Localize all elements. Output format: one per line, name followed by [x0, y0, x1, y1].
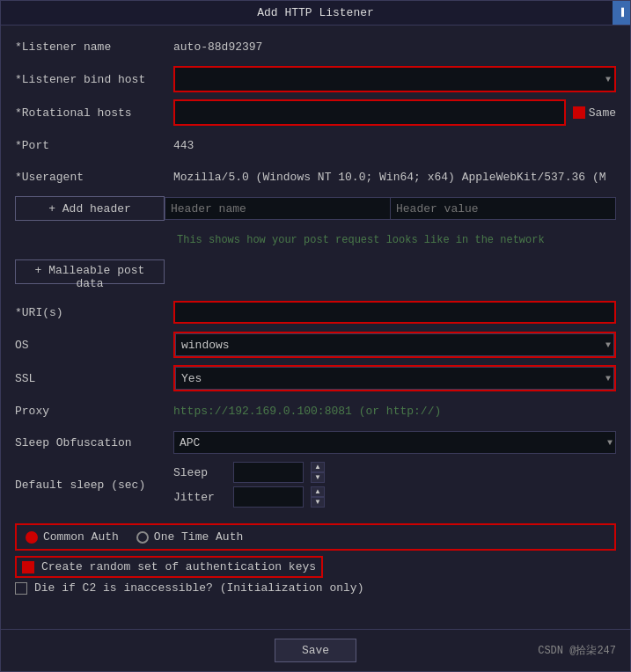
footer: Save CSDN @拾柒247: [1, 629, 630, 671]
header-inputs: [165, 197, 616, 220]
jitter-input[interactable]: 40: [233, 486, 304, 508]
title-bar: Add HTTP Listener ▐: [1, 1, 630, 26]
add-header-row: + Add header: [15, 196, 616, 221]
jitter-increment-button[interactable]: ▲: [311, 486, 325, 497]
close-button[interactable]: ▐: [613, 1, 630, 25]
proxy-row: Proxy https://192.169.0.100:8081 (or htt…: [15, 398, 616, 423]
jitter-decrement-button[interactable]: ▼: [311, 497, 325, 508]
same-checkbox[interactable]: [573, 106, 585, 119]
sleep-obfuscation-wrapper: APC None EKKO ▼: [173, 431, 616, 454]
useragent-row: *Useragent Mozilla/5.0 (Windows NT 10.0;…: [15, 164, 616, 189]
port-label: *Port: [15, 139, 173, 152]
create-random-keys-checkbox[interactable]: [22, 561, 34, 573]
same-checkbox-area: Same: [573, 106, 616, 120]
common-auth-label: Common Auth: [43, 530, 119, 544]
proxy-label: Proxy: [15, 405, 173, 418]
os-select[interactable]: windows linux mac: [175, 333, 614, 356]
ssl-row: SSL Yes No ▼: [15, 365, 616, 391]
create-random-keys-row: Create random set of authentication keys: [15, 556, 323, 578]
dialog-title: Add HTTP Listener: [257, 6, 374, 19]
die-if-c2-label: Die if C2 is inaccessible? (Initializati…: [34, 581, 363, 595]
header-name-input[interactable]: [165, 197, 391, 220]
uri-label: *URI(s): [15, 306, 173, 319]
watermark: CSDN @拾柒247: [538, 643, 616, 658]
dialog: Add HTTP Listener ▐ *Listener name auto-…: [0, 0, 631, 672]
rotational-hosts-label: *Rotational hosts: [15, 106, 173, 120]
sleep-spinner-row: Sleep 60 ▲ ▼: [173, 462, 616, 483]
one-time-auth-radio-item[interactable]: One Time Auth: [136, 530, 243, 544]
useragent-label: *Useragent: [15, 171, 173, 184]
common-auth-radio-item[interactable]: Common Auth: [26, 530, 119, 544]
ssl-select-wrapper: Yes No ▼: [173, 365, 616, 391]
sleep-obfuscation-label: Sleep Obfuscation: [15, 436, 173, 449]
listener-name-row: *Listener name auto-88d92397: [15, 34, 616, 59]
add-header-button[interactable]: + Add header: [15, 196, 165, 221]
listener-bind-host-input[interactable]: 192.168.3.129: [175, 68, 614, 91]
post-hint-text: This shows how your post request looks l…: [177, 230, 545, 250]
useragent-value: Mozilla/5.0 (Windows NT 10.0; Win64; x64…: [173, 171, 605, 184]
listener-name-value: auto-88d92397: [173, 40, 262, 54]
header-value-input[interactable]: [391, 197, 616, 220]
create-random-keys-label: Create random set of authentication keys: [41, 560, 316, 573]
sleep-label: Sleep: [173, 466, 226, 479]
one-time-auth-radio[interactable]: [136, 531, 149, 544]
listener-name-label: *Listener name: [15, 40, 173, 54]
ssl-select[interactable]: Yes No: [175, 367, 614, 390]
checkbox-section: Create random set of authentication keys…: [15, 556, 616, 595]
same-label: Same: [589, 106, 616, 120]
uri-row: *URI(s) a.php: [15, 300, 616, 325]
rotational-hosts-wrapper: 192.168.3.129: [173, 99, 566, 126]
malleable-button[interactable]: + Malleable post data: [15, 259, 165, 284]
port-row: *Port 443: [15, 133, 616, 157]
os-label: OS: [15, 339, 173, 352]
listener-bind-host-label: *Listener bind host: [15, 73, 173, 86]
listener-bind-host-wrapper: 192.168.3.129 ▼: [173, 66, 616, 92]
common-auth-radio[interactable]: [26, 531, 38, 544]
sleep-obfuscation-row: Sleep Obfuscation APC None EKKO ▼: [15, 430, 616, 455]
sleep-increment-button[interactable]: ▲: [311, 462, 325, 472]
jitter-label: Jitter: [173, 491, 226, 504]
rotational-hosts-input[interactable]: 192.168.3.129: [175, 101, 564, 124]
sleep-spinner-buttons: ▲ ▼: [311, 462, 325, 483]
rotational-hosts-row: *Rotational hosts 192.168.3.129 Same: [15, 99, 616, 126]
os-row: OS windows linux mac ▼: [15, 332, 616, 358]
spinner-group: Sleep 60 ▲ ▼ Jitter 40 ▲ ▼: [173, 462, 616, 508]
listener-bind-host-row: *Listener bind host 192.168.3.129 ▼: [15, 66, 616, 92]
save-button[interactable]: Save: [275, 639, 356, 662]
ssl-label: SSL: [15, 372, 173, 385]
post-hint-row: This shows how your post request looks l…: [173, 228, 616, 252]
jitter-spinner-buttons: ▲ ▼: [311, 486, 325, 508]
sleep-obfuscation-select[interactable]: APC None EKKO: [173, 431, 616, 454]
die-if-c2-checkbox[interactable]: [15, 582, 27, 595]
proxy-placeholder: https://192.169.0.100:8081 (or http://): [173, 405, 441, 418]
one-time-auth-label: One Time Auth: [154, 530, 243, 544]
jitter-spinner-row: Jitter 40 ▲ ▼: [173, 486, 616, 508]
form-content: *Listener name auto-88d92397 *Listener b…: [1, 26, 630, 629]
default-sleep-row: Default sleep (sec) Sleep 60 ▲ ▼ Jitter …: [15, 462, 616, 508]
auth-radio-section: Common Auth One Time Auth: [15, 523, 616, 551]
uri-input[interactable]: a.php: [173, 301, 616, 324]
port-value: 443: [173, 139, 194, 152]
malleable-row: + Malleable post data: [15, 259, 616, 284]
os-select-wrapper: windows linux mac ▼: [173, 332, 616, 358]
default-sleep-label: Default sleep (sec): [15, 478, 173, 492]
die-if-c2-row: Die if C2 is inaccessible? (Initializati…: [15, 581, 616, 595]
sleep-input[interactable]: 60: [233, 462, 304, 483]
sleep-decrement-button[interactable]: ▼: [311, 472, 325, 483]
